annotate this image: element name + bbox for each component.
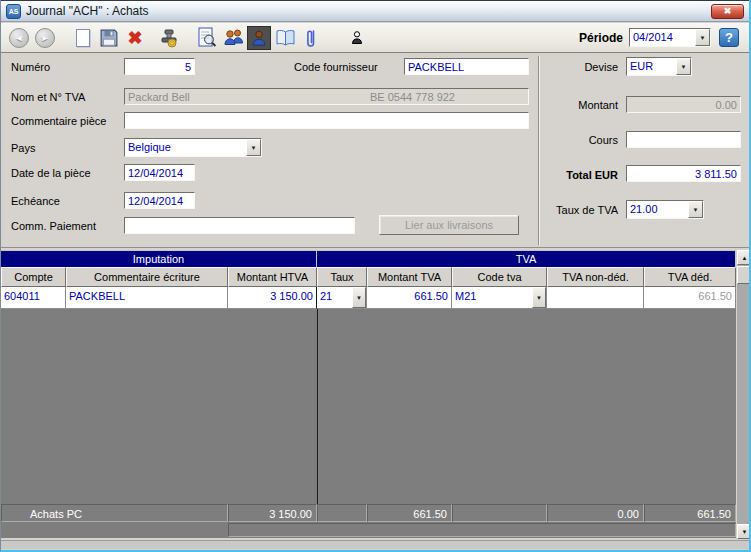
col-montant-tva: Montant TVA bbox=[367, 267, 452, 287]
col-compte: Compte bbox=[1, 267, 66, 287]
chevron-down-icon[interactable]: ▼ bbox=[246, 139, 261, 156]
date-piece-label: Date de la pièce bbox=[11, 167, 91, 179]
vertical-scrollbar[interactable]: ▲ ▼ bbox=[737, 250, 751, 539]
period-select[interactable]: 04/2014 ▼ bbox=[629, 28, 711, 47]
chevron-down-icon[interactable]: ▼ bbox=[532, 287, 546, 308]
entries-grid: Imputation TVA Compte Commentaire écritu… bbox=[1, 247, 751, 540]
chevron-down-icon[interactable]: ▼ bbox=[352, 287, 366, 308]
person-small-icon bbox=[351, 30, 363, 45]
scroll-down-icon: ▼ bbox=[742, 529, 748, 535]
nom-tva-field: Packard Bell BE 0544 778 922 bbox=[124, 88, 529, 105]
chevron-down-icon[interactable]: ▼ bbox=[688, 201, 703, 218]
save-icon bbox=[100, 29, 118, 47]
montant-input bbox=[626, 96, 741, 113]
cell-taux-select[interactable]: 21 ▼ bbox=[317, 287, 367, 309]
help-button[interactable]: ? bbox=[719, 28, 739, 47]
scroll-down-button[interactable]: ▼ bbox=[737, 524, 751, 539]
group-header-row: Imputation TVA bbox=[1, 250, 736, 267]
back-button[interactable]: ◄ bbox=[7, 26, 31, 50]
cours-label: Cours bbox=[501, 134, 618, 146]
total-eur-label: Total EUR bbox=[501, 169, 618, 181]
cell-tva-non-ded[interactable] bbox=[547, 287, 644, 309]
delete-button[interactable]: ✖ bbox=[123, 26, 147, 50]
form-divider bbox=[538, 56, 539, 245]
grid-empty-area bbox=[1, 309, 736, 504]
commentaire-piece-input[interactable] bbox=[124, 112, 529, 129]
scroll-up-icon: ▲ bbox=[742, 255, 748, 261]
book-icon bbox=[274, 29, 297, 47]
contacts-button[interactable] bbox=[221, 26, 245, 50]
chevron-down-icon[interactable]: ▼ bbox=[676, 58, 691, 75]
cell-montant-htva[interactable]: 3 150.00 bbox=[228, 287, 317, 309]
period-label: Période bbox=[579, 31, 623, 45]
pays-select[interactable]: Belgique ▼ bbox=[124, 138, 262, 157]
back-icon: ◄ bbox=[9, 28, 29, 48]
period-value: 04/2014 bbox=[630, 29, 695, 46]
close-button[interactable]: ✖ bbox=[711, 4, 744, 19]
nom-value: Packard Bell bbox=[128, 91, 190, 103]
comm-paiement-input[interactable] bbox=[124, 217, 355, 234]
cell-code-tva-select[interactable]: M21 ▼ bbox=[452, 287, 547, 309]
date-piece-input[interactable] bbox=[124, 164, 195, 181]
forward-icon: ► bbox=[35, 28, 55, 48]
taux-tva-value: 21.00 bbox=[627, 201, 688, 218]
echeance-input[interactable] bbox=[124, 192, 195, 209]
devise-select[interactable]: EUR ▼ bbox=[626, 57, 692, 76]
cell-montant-tva[interactable]: 661.50 bbox=[367, 287, 452, 309]
comm-paiement-label: Comm. Paiement bbox=[11, 220, 96, 232]
column-header-row: Compte Commentaire écriture Montant HTVA… bbox=[1, 267, 736, 287]
user-icon bbox=[247, 26, 271, 50]
scrollbar-thumb[interactable] bbox=[737, 266, 751, 284]
cell-commentaire[interactable]: PACKBELL bbox=[66, 287, 228, 309]
cours-input[interactable] bbox=[626, 131, 741, 148]
devise-value: EUR bbox=[627, 58, 676, 75]
close-icon: ✖ bbox=[724, 6, 732, 16]
lier-livraisons-button: Lier aux livraisons bbox=[379, 215, 519, 235]
cell-compte[interactable]: 604011 bbox=[1, 287, 66, 309]
summary-substrip bbox=[228, 523, 736, 537]
toolbar: ◄ ► ✖ Période bbox=[1, 23, 749, 53]
pays-label: Pays bbox=[11, 142, 35, 154]
chevron-down-icon[interactable]: ▼ bbox=[695, 29, 710, 46]
scroll-up-button[interactable]: ▲ bbox=[737, 250, 751, 265]
forward-button[interactable]: ► bbox=[33, 26, 57, 50]
form-area: Numéro Code fournisseur Nom et N° TVA Pa… bbox=[1, 54, 749, 247]
preview-icon bbox=[197, 27, 217, 48]
new-document-button[interactable] bbox=[71, 26, 95, 50]
devise-label: Devise bbox=[501, 61, 618, 73]
payment-button[interactable] bbox=[157, 26, 181, 50]
code-fournisseur-label: Code fournisseur bbox=[294, 61, 378, 73]
montant-label: Montant bbox=[501, 99, 618, 111]
supplier-button[interactable] bbox=[247, 26, 271, 50]
attachment-button[interactable] bbox=[299, 26, 323, 50]
delete-icon: ✖ bbox=[127, 29, 142, 47]
summary-montant-tva: 661.50 bbox=[367, 504, 452, 522]
summary-tva-non-ded: 0.00 bbox=[547, 504, 644, 522]
group-tva: TVA bbox=[317, 250, 736, 267]
new-document-icon bbox=[76, 29, 90, 47]
journal-window: AS Journal "ACH" : Achats ✖ ◄ ► ✖ bbox=[0, 0, 751, 552]
code-tva-cell-value: M21 bbox=[452, 287, 532, 308]
numero-label: Numéro bbox=[11, 61, 50, 73]
save-button[interactable] bbox=[97, 26, 121, 50]
payment-icon bbox=[159, 28, 179, 48]
commentaire-piece-label: Commentaire pièce bbox=[11, 115, 106, 127]
taux-cell-value: 21 bbox=[317, 287, 352, 308]
tva-number-value: BE 0544 778 922 bbox=[370, 91, 455, 103]
pays-value: Belgique bbox=[125, 139, 246, 156]
ledger-button[interactable] bbox=[273, 26, 297, 50]
group-imputation: Imputation bbox=[1, 250, 317, 267]
contacts-icon bbox=[222, 28, 245, 48]
nom-tva-label: Nom et N° TVA bbox=[11, 91, 85, 103]
col-taux: Taux bbox=[317, 267, 367, 287]
numero-input[interactable] bbox=[124, 58, 195, 75]
col-tva-ded: TVA déd. bbox=[644, 267, 736, 287]
taux-tva-select[interactable]: 21.00 ▼ bbox=[626, 200, 704, 219]
preview-button[interactable] bbox=[195, 26, 219, 50]
help-icon: ? bbox=[725, 30, 733, 45]
col-code-tva: Code tva bbox=[452, 267, 547, 287]
period-group: Période 04/2014 ▼ ? bbox=[579, 28, 743, 47]
group-divider-line bbox=[317, 309, 318, 504]
cell-tva-ded: 661.50 bbox=[644, 287, 736, 309]
person-small-button[interactable] bbox=[345, 26, 369, 50]
